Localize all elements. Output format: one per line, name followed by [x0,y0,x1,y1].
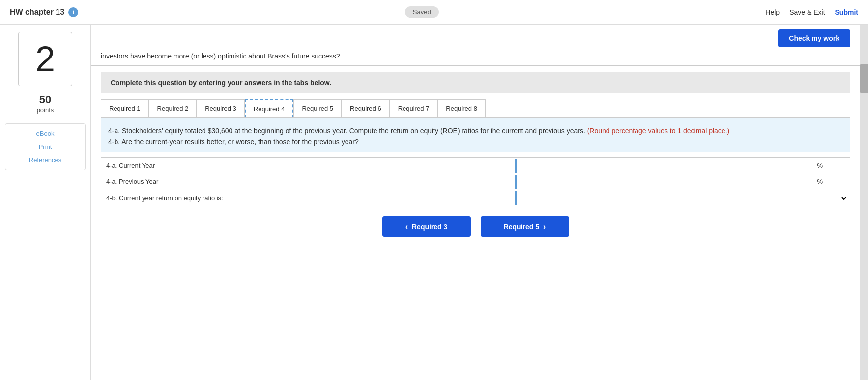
question-content: 4-a. Stockholders' equity totaled $30,60… [101,118,850,152]
check-work-button[interactable]: Check my work [778,29,850,47]
unit-percent-current: % [790,157,850,174]
prev-arrow: ‹ [405,222,408,231]
question-line2: 4-b. Are the current-year results better… [108,138,359,146]
row-label-4b: 4-b. Current year return on equity ratio… [101,190,513,206]
previous-year-input[interactable] [515,175,787,189]
current-year-input[interactable] [515,159,787,173]
row-label-current-year: 4-a. Current Year [101,157,513,174]
tab-required-6[interactable]: Required 6 [342,99,390,117]
input-cell-previous-year [513,174,790,190]
submit-link[interactable]: Submit [835,8,858,16]
main-layout: 2 50 points eBook Print References Check… [0,25,868,380]
help-link[interactable]: Help [765,8,780,16]
question-number: 2 [35,41,55,77]
input-cell-current-year [513,157,790,174]
sidebar-links: eBook Print References [5,123,86,170]
next-button-label: Required 5 [504,223,539,231]
prev-button-label: Required 3 [412,223,447,231]
content-area: Check my work investors have become more… [91,25,860,380]
complete-question-instruction: Complete this question by entering your … [101,72,850,93]
table-row: 4-a. Current Year % [101,157,850,174]
page-title: HW chapter 13 [10,8,64,17]
tab-required-2[interactable]: Required 2 [149,99,197,117]
question-number-box: 2 [18,32,72,86]
tab-required-3[interactable]: Required 3 [197,99,245,117]
table-row: 4-b. Current year return on equity ratio… [101,190,850,206]
equity-ratio-select[interactable]: Better Worse [515,191,848,205]
ebook-link[interactable]: eBook [36,128,55,139]
input-cell-4b: Better Worse [513,190,850,206]
points-value: 50 [0,93,90,106]
topbar-left: HW chapter 13 i [10,7,78,17]
tab-required-8[interactable]: Required 8 [437,99,486,117]
saved-badge: Saved [405,6,439,18]
tab-required-1[interactable]: Required 1 [101,99,149,117]
info-icon[interactable]: i [68,7,78,17]
question-partial-text: investors have become more (or less) opt… [91,50,860,66]
row-label-previous-year: 4-a. Previous Year [101,174,513,190]
tab-required-5[interactable]: Required 5 [293,99,342,117]
points-block: 50 points [0,93,90,114]
sidebar: 2 50 points eBook Print References [0,25,91,380]
nav-buttons: ‹ Required 3 Required 5 › [101,216,850,237]
round-note: (Round percentage values to 1 decimal pl… [587,127,730,135]
save-exit-link[interactable]: Save & Exit [789,8,825,16]
tab-required-4[interactable]: Required 4 [245,99,294,117]
scrollbar-track[interactable] [860,25,868,380]
next-required-button[interactable]: Required 5 › [481,216,569,237]
print-link[interactable]: Print [39,141,52,152]
tabs-row: Required 1 Required 2 Required 3 Require… [101,99,850,117]
table-row: 4-a. Previous Year % [101,174,850,190]
answer-table: 4-a. Current Year % 4-a. Previous Year %… [101,157,850,206]
references-link[interactable]: References [29,154,61,166]
tab-required-7[interactable]: Required 7 [390,99,438,117]
tabs-container: Required 1 Required 2 Required 3 Require… [101,99,850,118]
next-arrow: › [543,222,546,231]
points-label: points [0,106,90,114]
topbar: HW chapter 13 i Saved Help Save & Exit S… [0,0,868,25]
topbar-right: Help Save & Exit Submit [765,8,858,16]
scrollbar-thumb[interactable] [860,64,868,93]
unit-percent-previous: % [790,174,850,190]
check-work-bar: Check my work [91,25,860,50]
question-line1: 4-a. Stockholders' equity totaled $30,60… [108,127,585,135]
prev-required-button[interactable]: ‹ Required 3 [382,216,471,237]
